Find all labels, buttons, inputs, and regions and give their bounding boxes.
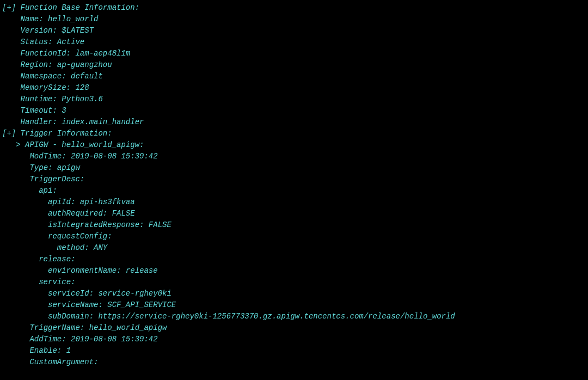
field-service: service: xyxy=(0,277,588,288)
field-release: release: xyxy=(0,254,588,265)
field-version: Version: $LATEST xyxy=(0,25,588,36)
field-modtime: ModTime: 2019-08-08 15:39:42 xyxy=(0,151,588,162)
field-region: Region: ap-guangzhou xyxy=(0,59,588,71)
field-customargument: CustomArgument: xyxy=(0,357,588,368)
field-environmentname: environmentName: release xyxy=(0,265,588,277)
field-subdomain: subDomain: https://service-rghey0ki-1256… xyxy=(0,311,588,322)
field-enable: Enable: 1 xyxy=(0,345,588,357)
field-servicename: serviceName: SCF_API_SERVICE xyxy=(0,299,588,311)
section-header-trigger: [+] Trigger Information: xyxy=(0,128,588,139)
field-runtime: Runtime: Python3.6 xyxy=(0,94,588,105)
field-timeout: Timeout: 3 xyxy=(0,105,588,117)
terminal-output: [+] Function Base Information: Name: hel… xyxy=(0,2,588,368)
field-name: Name: hello_world xyxy=(0,14,588,25)
field-triggerdesc: TriggerDesc: xyxy=(0,174,588,185)
field-serviceid: serviceId: service-rghey0ki xyxy=(0,288,588,299)
field-functionid: FunctionId: lam-aep48l1m xyxy=(0,48,588,59)
field-apiid: apiId: api-hs3fkvaa xyxy=(0,197,588,208)
field-type: Type: apigw xyxy=(0,162,588,174)
field-addtime: AddTime: 2019-08-08 15:39:42 xyxy=(0,334,588,345)
field-memorysize: MemorySize: 128 xyxy=(0,82,588,94)
trigger-name: > APIGW - hello_world_apigw: xyxy=(0,139,588,151)
field-method: method: ANY xyxy=(0,242,588,254)
field-handler: Handler: index.main_handler xyxy=(0,117,588,128)
field-api: api: xyxy=(0,185,588,197)
field-isintegratedresponse: isIntegratedResponse: FALSE xyxy=(0,219,588,231)
section-header-function: [+] Function Base Information: xyxy=(0,2,588,14)
field-status: Status: Active xyxy=(0,36,588,48)
field-triggername: TriggerName: hello_world_apigw xyxy=(0,322,588,334)
field-namespace: Namespace: default xyxy=(0,71,588,82)
field-authrequired: authRequired: FALSE xyxy=(0,208,588,219)
field-requestconfig: requestConfig: xyxy=(0,231,588,242)
